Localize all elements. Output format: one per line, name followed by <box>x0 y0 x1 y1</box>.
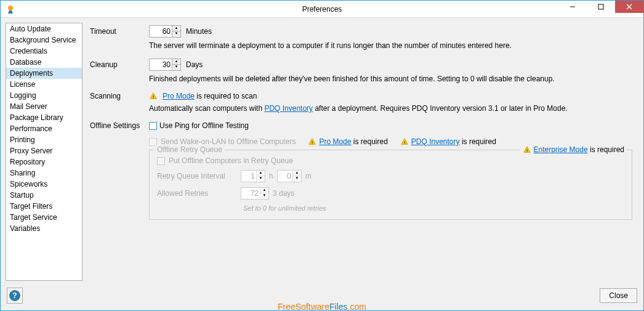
timeout-spin-up[interactable]: ▲ <box>172 26 180 31</box>
put-offline-checkbox <box>157 157 165 165</box>
cleanup-label: Cleanup <box>90 60 144 69</box>
retry-interval-label: Retry Queue Interval <box>157 172 237 180</box>
sidebar: Auto Update Background Service Credentia… <box>6 23 83 281</box>
retry-m-up: ▲ <box>292 171 301 176</box>
pdq-inventory-link[interactable]: PDQ Inventory <box>264 104 313 113</box>
pro-mode-link[interactable]: Pro Mode <box>163 92 195 100</box>
retry-m-down: ▼ <box>292 176 301 182</box>
sidebar-item-variables[interactable]: Variables <box>6 223 82 234</box>
svg-point-0 <box>8 6 13 10</box>
sidebar-item-background-service[interactable]: Background Service <box>6 34 82 46</box>
sidebar-item-sharing[interactable]: Sharing <box>6 168 82 179</box>
retries-down: ▼ <box>260 193 268 199</box>
enterprise-mode-link[interactable]: Enterprise Mode <box>534 145 588 154</box>
svg-rect-2 <box>598 4 603 9</box>
sidebar-item-credentials[interactable]: Credentials <box>6 46 82 57</box>
timeout-input[interactable] <box>150 26 172 37</box>
retries-hint: Set to 0 for unlimited retries <box>243 204 624 212</box>
sidebar-item-mail-server[interactable]: Mail Server <box>6 101 82 112</box>
pro-mode-link-2[interactable]: Pro Mode <box>319 137 351 146</box>
use-ping-label: Use Ping for Offline Testing <box>159 121 249 130</box>
retry-minutes-spinbox: ▲▼ <box>277 170 302 182</box>
svg-text:!: ! <box>404 140 405 145</box>
sidebar-item-printing[interactable]: Printing <box>6 134 82 145</box>
allowed-retries-label: Allowed Retries <box>157 189 237 198</box>
maximize-button[interactable] <box>587 1 615 13</box>
put-offline-label: Put Offline Computers in Retry Queue <box>169 156 293 165</box>
scanning-label: Scanning <box>90 92 144 100</box>
sidebar-item-auto-update[interactable]: Auto Update <box>6 23 82 34</box>
cleanup-spin-down[interactable]: ▼ <box>172 65 180 70</box>
sidebar-item-repository[interactable]: Repository <box>6 156 82 168</box>
sidebar-item-logging[interactable]: Logging <box>6 90 82 101</box>
timeout-spinbox[interactable]: ▲▼ <box>149 25 181 38</box>
footer: ? Close <box>1 286 643 310</box>
sidebar-item-proxy-server[interactable]: Proxy Server <box>6 145 82 156</box>
allowed-retries-input <box>241 188 260 199</box>
help-button[interactable]: ? <box>7 288 23 304</box>
cleanup-spinbox[interactable]: ▲▼ <box>149 59 181 71</box>
close-button[interactable]: Close <box>600 288 637 303</box>
allowed-retries-spinbox: ▲▼ <box>241 187 269 200</box>
retry-h-down: ▼ <box>256 176 265 182</box>
sidebar-item-license[interactable]: License <box>6 79 82 90</box>
close-window-button[interactable] <box>615 1 643 13</box>
svg-text:!: ! <box>526 148 527 153</box>
sidebar-item-deployments[interactable]: Deployments <box>6 68 82 79</box>
sidebar-item-performance[interactable]: Performance <box>6 123 82 134</box>
maximize-icon <box>598 4 604 10</box>
close-icon <box>626 4 632 10</box>
retry-hours-input <box>241 171 256 182</box>
pdq-inventory-link-2[interactable]: PDQ Inventory <box>411 137 460 146</box>
content-area: Auto Update Background Service Credentia… <box>1 18 643 286</box>
cleanup-unit: Days <box>186 60 203 69</box>
warning-icon: ! <box>400 137 409 146</box>
sidebar-item-spiceworks[interactable]: Spiceworks <box>6 179 82 190</box>
main-panel: Softpedia Timeout ▲▼ Minutes The server … <box>83 23 638 281</box>
retries-up: ▲ <box>260 188 268 193</box>
svg-text:!: ! <box>312 140 313 145</box>
allowed-retries-desc: 3 days <box>273 189 294 198</box>
timeout-label: Timeout <box>90 27 144 36</box>
app-icon <box>6 4 15 14</box>
timeout-spin-down[interactable]: ▼ <box>172 31 180 37</box>
help-icon: ? <box>9 290 20 301</box>
warning-icon: ! <box>523 145 531 154</box>
cleanup-spin-up[interactable]: ▲ <box>172 59 180 65</box>
sidebar-item-package-library[interactable]: Package Library <box>6 112 82 123</box>
window-controls <box>558 1 643 17</box>
warning-icon: ! <box>308 137 316 146</box>
sidebar-item-target-service[interactable]: Target Service <box>6 212 82 223</box>
timeout-unit: Minutes <box>186 27 212 36</box>
minimize-icon <box>570 4 576 10</box>
retry-m-unit: m <box>305 172 312 180</box>
wol-label: Send Wake-on-LAN to Offline Computers <box>161 137 296 146</box>
timeout-description: The server will terminate a deployment t… <box>149 41 632 50</box>
warning-icon: ! <box>149 92 158 100</box>
scanning-description: Automatically scan computers with PDQ In… <box>149 104 632 113</box>
offline-settings-label: Offline Settings <box>90 121 144 130</box>
offline-retry-queue-fieldset: Offline Retry Queue ! Enterprise Mode is… <box>149 150 632 220</box>
use-ping-checkbox[interactable] <box>149 122 157 130</box>
sidebar-item-target-filters[interactable]: Target Filters <box>6 201 82 212</box>
minimize-button[interactable] <box>558 1 587 13</box>
retry-h-up: ▲ <box>256 171 265 176</box>
wol-checkbox <box>149 138 157 146</box>
sidebar-item-startup[interactable]: Startup <box>6 190 82 201</box>
cleanup-description: Finished deployments will be deleted aft… <box>149 75 632 83</box>
retry-hours-spinbox: ▲▼ <box>241 170 265 182</box>
sidebar-item-database[interactable]: Database <box>6 57 82 68</box>
titlebar: Preferences <box>1 1 643 18</box>
fieldset-legend: Offline Retry Queue <box>155 145 225 154</box>
preferences-window: Preferences Auto Update Background Servi… <box>0 0 644 311</box>
required-to-scan-text: is required to scan <box>195 92 257 100</box>
window-title: Preferences <box>1 5 643 14</box>
cleanup-input[interactable] <box>150 59 172 70</box>
retry-minutes-input <box>278 171 292 182</box>
svg-text:!: ! <box>153 94 154 100</box>
retry-h-unit: h <box>269 172 273 180</box>
